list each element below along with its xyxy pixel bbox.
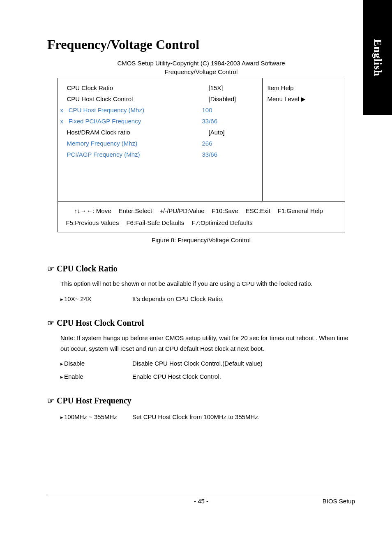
bios-setting-value: 33/66	[202, 118, 260, 125]
language-tab: English	[363, 0, 392, 115]
footer-save: F10:Save	[212, 207, 238, 214]
footer-fail: F6:Fail-Safe Defaults	[126, 219, 184, 226]
help-level: Menu Level ▶	[267, 93, 340, 105]
bios-main-box: CPU Clock Ratio[15X]CPU Host Clock Contr…	[58, 78, 345, 202]
bios-setting-row: CPU Clock Ratio[15X]	[60, 82, 260, 93]
footer-opt: F7:Optimized Defaults	[191, 219, 252, 226]
section-heading: ☞CPU Host Clock Control	[47, 318, 355, 328]
footer-select: Enter:Select	[119, 207, 152, 214]
option-key: ▸Enable	[60, 371, 132, 382]
bios-setting-row: Memory Frequency (Mhz)266	[60, 138, 260, 149]
option-description: Enable CPU Host Clock Control.	[132, 371, 221, 382]
section-heading: ☞CPU Clock Ratio	[47, 264, 355, 273]
doc-section: ☞CPU Host Clock ControlNote: If system h…	[47, 318, 355, 383]
doc-section: ☞CPU Clock RatioThis option will not be …	[47, 264, 355, 305]
bios-setting-value: [Auto]	[209, 129, 260, 136]
bios-setting-value: 100	[202, 107, 260, 114]
option-description: Disable CPU Host Clock Control.(Default …	[132, 358, 263, 369]
footer-prev: F5:Previous Values	[66, 219, 119, 226]
bios-setting-label: Memory Frequency (Mhz)	[60, 140, 202, 147]
bios-footer-line-1: ↑↓→←: Move Enter:Select +/-/PU/PD:Value …	[66, 206, 337, 215]
footer-value: +/-/PU/PD:Value	[159, 207, 204, 214]
bios-setting-value: 33/66	[202, 151, 260, 158]
bios-copyright: CMOS Setup Utility-Copyright (C) 1984-20…	[47, 60, 355, 67]
bios-setting-row: x Fixed PCI/AGP Frequency33/66	[60, 116, 260, 127]
bios-setting-value: [Disabled]	[209, 95, 260, 102]
doc-section: ☞CPU Host Frequency▸100MHz ~ 355MHzSet C…	[47, 396, 355, 424]
chevron-right-icon: ▶	[301, 95, 306, 102]
bios-setting-label: Host/DRAM Clock ratio	[67, 129, 209, 136]
bios-setting-row: PCI/AGP Frequency (Mhz)33/66	[60, 149, 260, 160]
bios-setting-label: x CPU Host Frequency (Mhz)	[60, 107, 202, 114]
option-description: Set CPU Host Clock from 100MHz to 355MHz…	[132, 412, 260, 422]
bios-setting-value: 266	[202, 140, 260, 147]
section-body: This option will not be shown or not be …	[47, 278, 355, 305]
help-title: Item Help	[267, 82, 340, 93]
hand-pointer-icon: ☞	[47, 396, 54, 405]
bios-setting-label: PCI/AGP Frequency (Mhz)	[60, 151, 202, 158]
option-bullet-icon: ▸	[60, 359, 63, 368]
page-number: - 45 -	[194, 498, 208, 505]
option-row: ▸EnableEnable CPU Host Clock Control.	[60, 370, 355, 383]
footer-exit: ESC:Exit	[246, 207, 270, 214]
bios-screen-title: Frequency/Voltage Control	[47, 68, 355, 75]
option-key: ▸10X~ 24X	[60, 294, 132, 304]
section-heading: ☞CPU Host Frequency	[47, 396, 355, 405]
page-footer: - 45 - BIOS Setup	[47, 495, 355, 505]
section-title: CPU Clock Ratio	[57, 264, 118, 273]
page-title: Frequency/Voltage Control	[47, 37, 355, 52]
bios-setting-value: [15X]	[209, 84, 260, 91]
disabled-prefix: x	[60, 107, 67, 114]
section-title: CPU Host Clock Control	[57, 318, 144, 328]
footer-help: F1:General Help	[278, 207, 323, 214]
section-body: ▸100MHz ~ 355MHzSet CPU Host Clock from …	[47, 410, 355, 424]
bios-setting-label: x Fixed PCI/AGP Frequency	[60, 118, 202, 125]
section-body: Note: If system hangs up before enter CM…	[47, 333, 355, 383]
bios-settings-panel: CPU Clock Ratio[15X]CPU Host Clock Contr…	[58, 78, 263, 201]
bios-footer-line-2: F5:Previous Values F6:Fail-Safe Defaults…	[66, 218, 337, 227]
option-row: ▸100MHz ~ 355MHzSet CPU Host Clock from …	[60, 410, 355, 424]
option-description: It's depends on CPU Clock Ratio.	[132, 294, 224, 304]
section-description: Note: If system hangs up before enter CM…	[60, 333, 355, 354]
bios-setting-row: CPU Host Clock Control[Disabled]	[60, 93, 260, 104]
option-row: ▸10X~ 24XIt's depends on CPU Clock Ratio…	[60, 292, 355, 306]
option-bullet-icon: ▸	[60, 413, 63, 422]
footer-section-name: BIOS Setup	[323, 498, 355, 505]
bios-setting-row: x CPU Host Frequency (Mhz)100	[60, 104, 260, 116]
option-key: ▸Disable	[60, 358, 132, 369]
bios-setting-label: CPU Clock Ratio	[67, 84, 209, 91]
figure-caption: Figure 8: Frequency/Voltage Control	[47, 236, 355, 243]
bios-help-panel: Item Help Menu Level ▶	[263, 78, 345, 201]
section-description: This option will not be shown or not be …	[60, 278, 355, 289]
footer-move: ↑↓→←: Move	[74, 207, 111, 214]
option-bullet-icon: ▸	[60, 295, 63, 304]
option-row: ▸DisableDisable CPU Host Clock Control.(…	[60, 357, 355, 370]
section-title: CPU Host Frequency	[57, 396, 131, 405]
bios-footer: ↑↓→←: Move Enter:Select +/-/PU/PD:Value …	[58, 202, 345, 232]
option-bullet-icon: ▸	[60, 373, 63, 382]
disabled-prefix: x	[60, 118, 67, 125]
bios-setting-label: CPU Host Clock Control	[67, 95, 209, 102]
bios-setting-row: Host/DRAM Clock ratio[Auto]	[60, 127, 260, 138]
hand-pointer-icon: ☞	[47, 264, 54, 273]
language-tab-text: English	[371, 39, 384, 76]
hand-pointer-icon: ☞	[47, 318, 54, 328]
option-key: ▸100MHz ~ 355MHz	[60, 412, 132, 422]
